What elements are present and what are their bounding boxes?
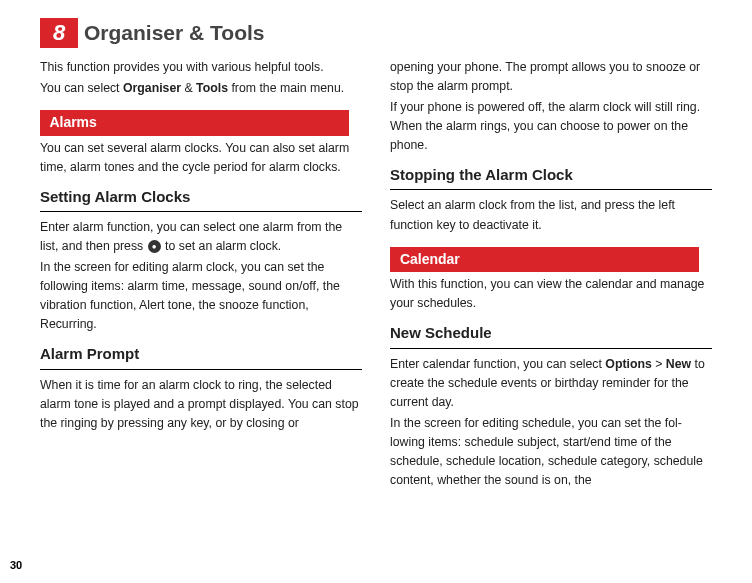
ok-key-icon: ● — [148, 240, 161, 253]
bold-organiser: Organiser — [123, 81, 181, 95]
section-label-calendar: Calendar — [390, 247, 699, 273]
two-column-layout: This function provides you with various … — [40, 58, 712, 492]
alarms-intro: You can set several alarm clocks. You ca… — [40, 139, 362, 177]
page-number: 30 — [10, 559, 22, 571]
chapter-title: Organiser & Tools — [84, 21, 264, 45]
label-text: Calendar — [400, 251, 460, 267]
new-schedule-paragraph-2: In the screen for editing schedule, you … — [390, 414, 712, 490]
text-run: & — [181, 81, 196, 95]
bold-options: Options — [605, 357, 651, 371]
text-run: You can select — [40, 81, 123, 95]
text-run: from the main menu. — [228, 81, 344, 95]
intro-paragraph-2: You can select Organiser & Tools from th… — [40, 79, 362, 98]
stopping-paragraph: Select an alarm clock from the list, and… — [390, 196, 712, 234]
text-run: to set an alarm clock. — [162, 239, 282, 253]
heading-new-schedule: New Schedule — [390, 321, 712, 348]
text-run: Enter calendar function, you can select — [390, 357, 605, 371]
continuation-paragraph-1: opening your phone. The prompt allows yo… — [390, 58, 712, 96]
setting-paragraph-2: In the screen for editing alarm clock, y… — [40, 258, 362, 334]
bold-tools: Tools — [196, 81, 228, 95]
prompt-paragraph: When it is time for an alarm clock to ri… — [40, 376, 362, 433]
heading-stopping-alarm-clock: Stopping the Alarm Clock — [390, 163, 712, 190]
setting-paragraph-1: Enter alarm function, you can select one… — [40, 218, 362, 256]
section-label-alarms: Alarms — [40, 110, 349, 136]
page-container: 8 Organiser & Tools This function provid… — [0, 0, 752, 492]
chapter-header: 8 Organiser & Tools — [40, 18, 712, 48]
intro-paragraph-1: This function provides you with various … — [40, 58, 362, 77]
text-run: > — [652, 357, 666, 371]
continuation-paragraph-2: If your phone is powered off, the alarm … — [390, 98, 712, 155]
new-schedule-paragraph-1: Enter calendar function, you can select … — [390, 355, 712, 412]
chapter-number-badge: 8 — [40, 18, 78, 48]
left-column: This function provides you with various … — [40, 58, 362, 492]
calendar-intro: With this function, you can view the cal… — [390, 275, 712, 313]
heading-setting-alarm-clocks: Setting Alarm Clocks — [40, 185, 362, 212]
bold-new: New — [666, 357, 691, 371]
label-text: Alarms — [49, 114, 96, 130]
right-column: opening your phone. The prompt allows yo… — [390, 58, 712, 492]
heading-alarm-prompt: Alarm Prompt — [40, 342, 362, 369]
